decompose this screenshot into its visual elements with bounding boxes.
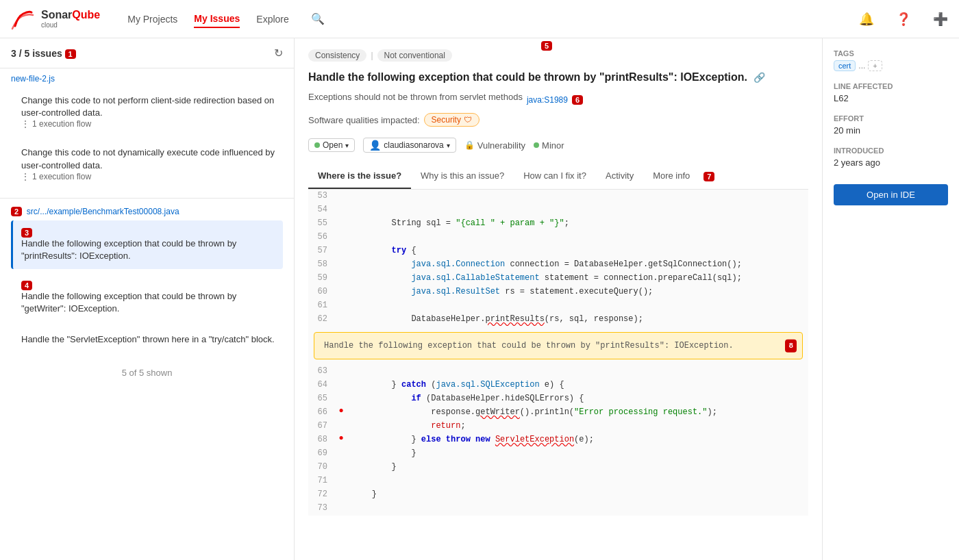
annotation-8: 8 [785,340,797,353]
line-section: Line affected L62 [834,82,948,103]
code-line-56: 56 [308,231,808,244]
left-panel-header: 3 / 5 issues 1 ↻ [0,38,294,68]
logo-cloud: cloud [41,21,100,29]
exec-flow: ⋮ 1 execution flow [21,172,275,181]
code-line-61: 61 [308,299,808,313]
annotation-2: 2 [11,207,22,216]
tab-activity[interactable]: Activity [596,164,643,189]
security-text: Security [432,115,461,125]
shown-count: 5 of 5 shown [0,359,294,386]
tags-row: Consistency | Not conventional [308,49,808,62]
code-line-65: 65 if (DatabaseHelper.hideSQLErrors) { [308,392,808,406]
security-badge: Security 🛡 [424,113,480,127]
code-line-63: 63 [308,365,808,379]
annotation-4: 4 [21,281,32,290]
code-line-69: 69 } [308,447,808,461]
list-item[interactable]: Change this code to not dynamically exec… [11,140,283,188]
tab-why-issue[interactable]: Why is this an issue? [411,164,514,189]
annotation-7: 7 [703,172,714,181]
introduced-value: 2 years ago [834,157,948,168]
tab-how-fix[interactable]: How can I fix it? [514,164,596,189]
issue-title: Handle the following exception that coul… [21,238,275,262]
vulnerability-type: 🔒 Vulnerability [464,140,525,151]
issue-sidebar: Tags cert ... + Line affected L62 Effort… [822,38,959,560]
severity-dot [534,142,539,148]
divider [0,198,294,199]
code-line-57: 57 try { [308,244,808,258]
code-line-72: 72 } [308,488,808,502]
open-in-ide-button[interactable]: Open in IDE [834,184,948,205]
code-line-71: 71 [308,474,808,488]
list-item[interactable]: Handle the "ServletException" thrown her… [11,327,283,353]
code-line-67: 67 return; [308,420,808,433]
list-item[interactable]: 3 Handle the following exception that co… [11,220,283,269]
add-icon[interactable]: ➕ [933,12,948,27]
code-viewer: 53 54 55 String sql = "{call " + param +… [308,190,808,516]
assignee-badge[interactable]: 👤 claudiasonarova ▾ [363,138,456,153]
severity-badge: Minor [534,140,564,151]
tags-section: Tags cert ... + [834,49,948,71]
issue-group-js: new-file-2.js Change this code to not pe… [0,68,294,195]
right-panel: Consistency | Not conventional Handle th… [295,38,959,560]
list-item[interactable]: Change this code to not perform client-s… [11,88,283,136]
annotation-1: 1 [65,49,76,59]
logo-name: SonarQube [41,9,100,21]
issue-main-title: Handle the following exception that coul… [308,70,808,85]
tab-where-is-issue[interactable]: Where is the issue? [308,164,411,189]
rule-link[interactable]: java:S1989 [527,95,568,105]
search-icon[interactable]: 🔍 [311,12,325,25]
chevron-down-icon: ▾ [345,142,349,149]
link-icon[interactable]: 🔗 [754,72,765,83]
issues-count: 3 / 5 issues 1 [11,48,76,59]
issue-title: Change this code to not dynamically exec… [21,147,275,171]
code-line-55: 55 String sql = "{call " + param + "}"; [308,217,808,231]
issue-group-java: 2 src/.../example/BenchmarkTest00008.jav… [0,201,294,359]
code-line-62: 62 DatabaseHelper.printResults(rs, sql, … [308,313,808,327]
code-line-58: 58 java.sql.Connection connection = Data… [308,258,808,272]
logo-text: SonarQube cloud [41,9,100,29]
code-line-60: 60 java.sql.ResultSet rs = statement.exe… [308,285,808,299]
nav-explore[interactable]: Explore [256,11,288,27]
main-layout: 3 / 5 issues 1 ↻ new-file-2.js Change th… [0,38,959,560]
annotation-3: 3 [21,228,32,238]
qualities-row: Software qualities impacted: Security 🛡 [308,113,808,127]
tag-cert: cert [834,60,856,71]
logo[interactable]: SonarQube cloud [11,7,100,31]
effort-value: 20 min [834,125,948,136]
top-navigation: SonarQube cloud My Projects My Issues Ex… [0,0,959,38]
status-dot [314,142,320,148]
tags-more[interactable]: ... [858,61,865,71]
help-icon[interactable]: ❓ [896,12,911,27]
code-line-73: 73 [308,502,808,516]
tab-more-info[interactable]: More info [643,164,699,189]
nav-my-issues[interactable]: My Issues [194,10,240,28]
code-line-70: 70 } [308,461,808,474]
add-tag-button[interactable]: + [868,60,882,71]
code-highlight-message: Handle the following exception that coul… [314,332,803,359]
file-link-js[interactable]: new-file-2.js [11,74,283,84]
nav-my-projects[interactable]: My Projects [127,11,177,27]
lock-icon: 🔒 [464,140,475,150]
issue-description: Exceptions should not be thrown from ser… [308,92,523,102]
tag-consistency: Consistency [308,49,366,62]
line-value: L62 [834,93,948,103]
qualities-label: Software qualities impacted: [308,115,420,125]
issue-title: Handle the following exception that coul… [21,290,275,315]
issue-detail: Consistency | Not conventional Handle th… [295,38,959,560]
notifications-icon[interactable]: 🔔 [859,12,874,27]
introduced-section: Introduced 2 years ago [834,147,948,168]
issue-title: Handle the "ServletException" thrown her… [21,333,275,346]
issues-list: new-file-2.js Change this code to not pe… [0,68,294,560]
file-link-java[interactable]: 2 src/.../example/BenchmarkTest00008.jav… [11,207,283,216]
tags-values: cert ... + [834,60,948,71]
status-open-badge[interactable]: Open ▾ [308,138,355,152]
line-label: Line affected [834,82,948,90]
code-line-64: 64 } catch (java.sql.SQLException e) { [308,379,808,392]
annotation-5: 5 [541,40,552,51]
refresh-button[interactable]: ↻ [274,47,283,60]
sonarqube-logo-icon [11,7,36,31]
code-line-54: 54 [308,203,808,217]
introduced-label: Introduced [834,147,948,155]
code-line-59: 59 java.sql.CallableStatement statement … [308,272,808,285]
list-item[interactable]: 4 Handle the following exception that co… [11,273,283,322]
